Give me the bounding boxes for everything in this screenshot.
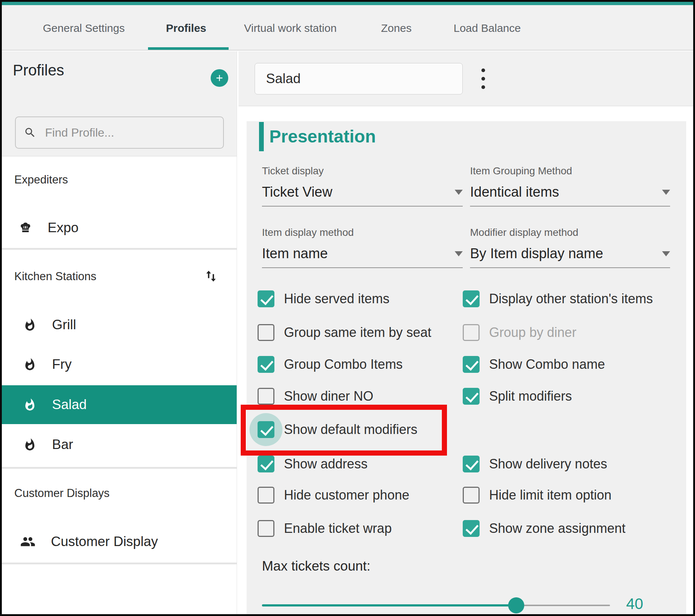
checkbox-show-address[interactable]: Show address — [258, 456, 367, 472]
checkbox-show-combo-name[interactable]: Show Combo name — [463, 356, 605, 373]
checkbox-group-combo-items[interactable]: Group Combo Items — [258, 356, 403, 373]
flame-icon — [23, 318, 37, 332]
sidebar-item-expo[interactable]: Expo — [2, 213, 237, 242]
checkbox[interactable] — [258, 388, 274, 405]
checkbox-label: Hide served items — [284, 291, 389, 307]
checkbox[interactable] — [258, 456, 274, 472]
chef-hat-icon — [19, 221, 32, 235]
checkbox[interactable] — [463, 456, 480, 472]
checkbox-show-diner-no[interactable]: Show diner NO — [258, 388, 373, 405]
section-title: Presentation — [269, 121, 376, 152]
slider-fill — [262, 604, 516, 606]
select-underline — [262, 206, 463, 207]
select-item-grouping-method[interactable]: Item Grouping Method Identical items — [470, 165, 670, 207]
checkbox-label: Split modifiers — [489, 389, 572, 404]
chevron-down-icon — [662, 190, 670, 195]
tab-general-settings[interactable]: General Settings — [43, 22, 125, 34]
checkbox-split-modifiers[interactable]: Split modifiers — [463, 388, 572, 405]
checkbox[interactable] — [463, 290, 480, 307]
checkbox-group-same-item-by-seat[interactable]: Group same item by seat — [258, 324, 431, 341]
tab-profiles[interactable]: Profiles — [166, 22, 206, 34]
checkbox-show-default-modifiers[interactable]: Show default modifiers — [258, 421, 417, 438]
checkbox-label: Group same item by seat — [284, 325, 431, 340]
checkbox-display-other-stations-items[interactable]: Display other station's items — [463, 290, 653, 307]
sidebar-item-label: Grill — [52, 317, 76, 333]
chevron-down-icon — [455, 251, 463, 256]
checkbox[interactable] — [463, 520, 480, 537]
slider-thumb[interactable] — [508, 597, 524, 613]
select-label: Ticket display — [262, 165, 463, 177]
tab-zones[interactable]: Zones — [381, 22, 411, 34]
checkbox-show-zone-assignment[interactable]: Show zone assignment — [463, 520, 625, 537]
sidebar-item-fry[interactable]: Fry — [2, 350, 237, 379]
checkbox[interactable] — [258, 324, 274, 341]
search-input[interactable] — [44, 126, 215, 140]
select-value: Ticket View — [262, 184, 332, 200]
sidebar-title: Profiles — [13, 62, 64, 79]
tab-virtual-work-station[interactable]: Virtual work station — [244, 22, 337, 34]
checkbox-hide-customer-phone[interactable]: Hide customer phone — [258, 487, 409, 504]
section-label-customer-displays: Customer Displays — [14, 487, 110, 500]
select-underline — [470, 267, 670, 268]
max-tickets-value: 40 — [626, 595, 643, 613]
plus-icon — [214, 73, 225, 83]
profile-search-box — [15, 116, 224, 149]
checkbox-show-delivery-notes[interactable]: Show delivery notes — [463, 456, 607, 472]
checkbox-label: Group Combo Items — [284, 357, 403, 372]
checkbox-enable-ticket-wrap[interactable]: Enable ticket wrap — [258, 520, 392, 537]
profile-menu-button[interactable] — [473, 62, 493, 96]
sidebar-item-bar[interactable]: Bar — [2, 430, 237, 459]
checkbox[interactable] — [258, 520, 274, 537]
select-underline — [470, 206, 670, 207]
checkbox[interactable] — [258, 356, 274, 373]
sidebar-item-grill[interactable]: Grill — [2, 310, 237, 339]
top-tab-bar: General Settings Profiles Virtual work s… — [2, 5, 693, 51]
checkbox-hide-served-items[interactable]: Hide served items — [258, 290, 389, 307]
checkbox[interactable] — [258, 290, 274, 307]
presentation-panel: Presentation Ticket display Ticket View … — [247, 121, 686, 614]
sidebar-item-label: Expo — [48, 220, 78, 235]
sidebar-item-label: Bar — [52, 437, 73, 452]
checkbox-label: Show default modifiers — [284, 422, 417, 437]
top-accent-strip — [2, 2, 693, 5]
search-icon — [24, 126, 36, 139]
checkbox-hide-limit-item-option[interactable]: Hide limit item option — [463, 487, 611, 504]
flame-icon — [23, 358, 37, 371]
section-accent-bar — [259, 122, 264, 151]
select-label: Item Grouping Method — [470, 165, 670, 177]
select-ticket-display[interactable]: Ticket display Ticket View — [262, 165, 463, 207]
select-modifier-display-method[interactable]: Modifier display method By Item display … — [470, 227, 670, 268]
checkbox-label: Show delivery notes — [489, 456, 607, 472]
checkbox[interactable] — [463, 356, 480, 373]
checkbox-label: Show diner NO — [284, 389, 373, 404]
add-profile-button[interactable] — [211, 69, 228, 87]
sidebar-item-salad[interactable]: Salad — [2, 385, 237, 424]
select-item-display-method[interactable]: Item display method Item name — [262, 227, 463, 268]
checkbox-label: Display other station's items — [489, 291, 653, 307]
chevron-down-icon — [662, 251, 670, 256]
kebab-dot — [481, 85, 485, 89]
checkbox-label: Show zone assignment — [489, 521, 625, 536]
flame-icon — [23, 438, 37, 452]
kebab-dot — [481, 68, 485, 72]
select-value: Identical items — [470, 184, 559, 200]
profile-name-input[interactable] — [255, 63, 463, 94]
checkbox[interactable] — [463, 388, 480, 405]
checkbox-label: Hide customer phone — [284, 487, 409, 503]
tab-load-balance[interactable]: Load Balance — [454, 22, 521, 34]
checkbox[interactable] — [463, 487, 480, 504]
divider — [2, 467, 237, 469]
checkbox[interactable] — [258, 487, 274, 504]
people-icon — [20, 534, 36, 549]
profiles-sidebar: Profiles Expediters Expo Kitchen Station… — [2, 51, 237, 614]
max-tickets-slider[interactable] — [262, 597, 610, 613]
sidebar-item-customer-display[interactable]: Customer Display — [2, 527, 237, 556]
section-label-expediters: Expediters — [14, 173, 68, 186]
sort-icon — [203, 268, 219, 284]
sidebar-item-label: Customer Display — [51, 534, 158, 549]
sidebar-item-label: Fry — [52, 357, 71, 372]
select-value: By Item display name — [470, 246, 603, 261]
sort-stations-button[interactable] — [203, 268, 219, 284]
checkbox[interactable] — [258, 421, 274, 438]
select-underline — [262, 267, 463, 268]
